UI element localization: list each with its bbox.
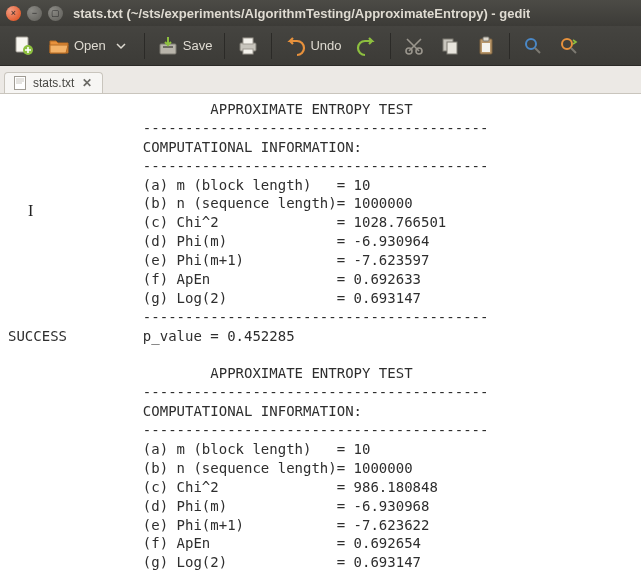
window-titlebar: × − ▢ stats.txt (~/sts/experiments/Algor… [0, 0, 641, 26]
svg-rect-10 [447, 42, 457, 54]
toolbar-separator [509, 33, 510, 59]
window-title: stats.txt (~/sts/experiments/AlgorithmTe… [73, 6, 530, 21]
redo-icon [356, 35, 378, 57]
new-document-button[interactable] [6, 31, 40, 61]
window-maximize-button[interactable]: ▢ [48, 6, 63, 21]
chevron-down-icon [110, 35, 132, 57]
document-icon [13, 76, 27, 90]
svg-rect-12 [483, 37, 489, 41]
main-toolbar: Open Save Undo [0, 26, 641, 66]
find-button[interactable] [516, 31, 550, 61]
redo-button[interactable] [350, 31, 384, 61]
print-icon [237, 35, 259, 57]
toolbar-separator [271, 33, 272, 59]
save-icon [157, 35, 179, 57]
save-button[interactable]: Save [151, 31, 219, 61]
copy-icon [439, 35, 461, 57]
svg-rect-13 [482, 43, 490, 52]
print-button[interactable] [231, 31, 265, 61]
save-label: Save [183, 38, 213, 53]
toolbar-separator [224, 33, 225, 59]
toolbar-separator [144, 33, 145, 59]
svg-rect-6 [243, 49, 253, 54]
toolbar-separator [390, 33, 391, 59]
tab-label: stats.txt [33, 76, 74, 90]
open-label: Open [74, 38, 106, 53]
cut-button[interactable] [397, 31, 431, 61]
window-minimize-button[interactable]: − [27, 6, 42, 21]
window-close-button[interactable]: × [6, 6, 21, 21]
svg-point-15 [562, 39, 572, 49]
tab-stats[interactable]: stats.txt ✕ [4, 72, 103, 93]
open-button[interactable]: Open [42, 31, 138, 61]
folder-open-icon [48, 35, 70, 57]
document-content[interactable]: APPROXIMATE ENTROPY TEST ---------------… [8, 100, 633, 581]
paste-button[interactable] [469, 31, 503, 61]
undo-icon [284, 35, 306, 57]
find-replace-icon [558, 35, 580, 57]
copy-button[interactable] [433, 31, 467, 61]
tab-bar: stats.txt ✕ [0, 66, 641, 94]
scissors-icon [403, 35, 425, 57]
search-icon [522, 35, 544, 57]
editor-area[interactable]: APPROXIMATE ENTROPY TEST ---------------… [0, 94, 641, 581]
new-document-icon [12, 35, 34, 57]
paste-icon [475, 35, 497, 57]
svg-point-14 [526, 39, 536, 49]
svg-rect-5 [243, 38, 253, 44]
undo-label: Undo [310, 38, 341, 53]
undo-button[interactable]: Undo [278, 31, 347, 61]
tab-close-button[interactable]: ✕ [80, 76, 94, 90]
find-replace-button[interactable] [552, 31, 586, 61]
